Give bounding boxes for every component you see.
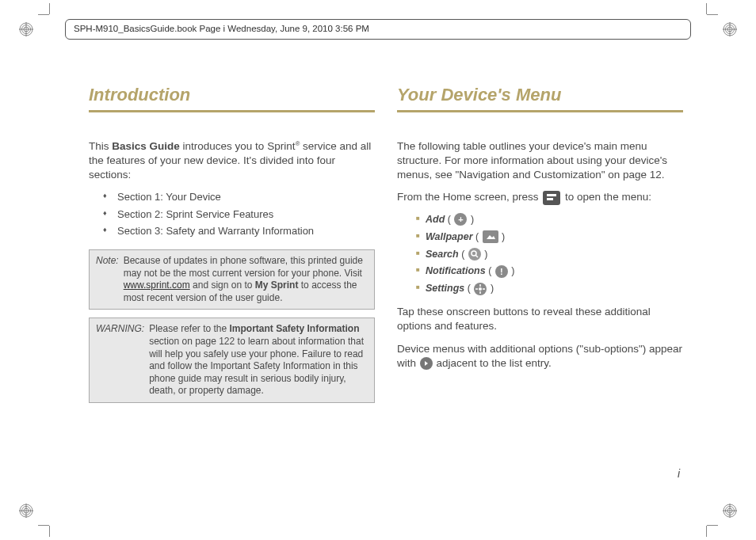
menu-key-icon — [543, 191, 560, 205]
menu-list: Add ( + ) Wallpaper ( ) Search ( ) Notif… — [397, 213, 683, 295]
svg-point-25 — [479, 287, 482, 291]
list-item: Settings ( ) — [416, 282, 683, 295]
svg-rect-20 — [547, 194, 556, 196]
registration-mark-icon — [723, 504, 737, 518]
cropmark — [707, 14, 718, 15]
warning-box: WARNING: Please refer to the Important S… — [89, 318, 375, 403]
note-box: Note: Because of updates in phone softwa… — [89, 249, 375, 310]
page-body: Introduction This Basics Guide introduce… — [89, 83, 683, 492]
page-number: i — [678, 466, 680, 481]
add-icon: + — [454, 213, 467, 226]
intro-paragraph: This Basics Guide introduces you to Spri… — [89, 139, 375, 183]
registration-mark-icon — [19, 504, 33, 518]
note-body: Because of updates in phone software, th… — [124, 255, 368, 304]
suboptions-paragraph: Device menus with additional options ("s… — [397, 342, 683, 371]
registration-mark-icon — [19, 22, 33, 36]
svg-rect-21 — [547, 198, 553, 200]
cropmark — [706, 526, 707, 537]
note-link[interactable]: www.sprint.com — [124, 280, 190, 291]
list-item: Section 3: Safety and Warranty Informati… — [103, 224, 375, 238]
chevron-right-icon — [420, 357, 433, 370]
menu-intro-paragraph: The following table outlines your device… — [397, 139, 683, 183]
registration-mark-icon — [723, 22, 737, 36]
wallpaper-icon — [483, 230, 498, 243]
cropmark — [49, 526, 50, 537]
search-icon — [468, 248, 481, 260]
settings-icon — [474, 283, 487, 295]
list-item: Wallpaper ( ) — [416, 230, 683, 244]
column-right: Your Device's Menu The following table o… — [397, 83, 683, 492]
print-slug: SPH-M910_BasicsGuide.book Page i Wednesd… — [65, 19, 691, 40]
warning-body: Please refer to the Important Safety Inf… — [149, 323, 368, 397]
list-item: Search ( ) — [416, 248, 683, 261]
cropmark — [38, 525, 49, 526]
note-label: Note: — [96, 255, 119, 304]
cropmark — [706, 3, 707, 14]
column-left: Introduction This Basics Guide introduce… — [89, 83, 375, 492]
tap-paragraph: Tap these onscreen buttons to reveal the… — [397, 305, 683, 333]
notifications-icon: ! — [495, 265, 508, 278]
cropmark — [707, 525, 718, 526]
svg-line-24 — [475, 255, 478, 257]
warning-label: WARNING: — [96, 323, 144, 397]
svg-marker-30 — [425, 361, 428, 366]
cropmark — [38, 14, 49, 15]
heading-introduction: Introduction — [89, 83, 375, 112]
open-menu-paragraph: From the Home screen, press to open the … — [397, 190, 683, 204]
svg-marker-22 — [487, 235, 495, 239]
list-item: Section 2: Sprint Service Features — [103, 207, 375, 222]
list-item: Add ( + ) — [416, 213, 683, 226]
list-item: Notifications ( ! ) — [416, 264, 683, 278]
list-item: Section 1: Your Device — [103, 190, 375, 204]
heading-device-menu: Your Device's Menu — [397, 83, 683, 112]
cropmark — [49, 3, 50, 14]
section-list: Section 1: Your Device Section 2: Sprint… — [89, 190, 375, 238]
